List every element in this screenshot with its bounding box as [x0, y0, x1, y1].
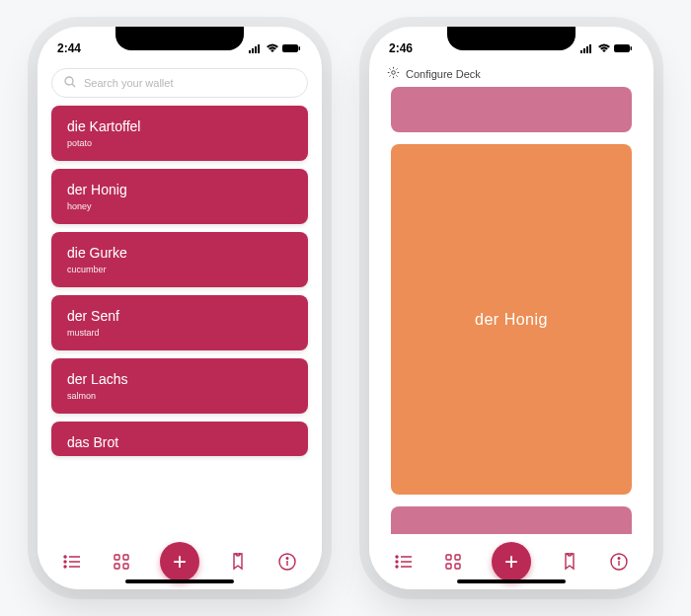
card-subtitle: mustard [67, 328, 292, 338]
deck-card-current[interactable]: der Honig [391, 144, 632, 495]
add-button[interactable]: + [160, 542, 199, 581]
search-input[interactable]: Search your wallet [51, 68, 308, 98]
tab-bar: + [369, 534, 653, 589]
status-right [580, 43, 634, 53]
svg-point-29 [396, 556, 398, 558]
list-item[interactable]: die Gurke cucumber [51, 232, 308, 287]
phone-left: 2:44 Search your wallet die Kartoffel po… [38, 27, 322, 589]
wifi-icon [597, 43, 611, 53]
tab-bar: + [38, 534, 322, 589]
svg-rect-23 [583, 48, 585, 53]
svg-rect-0 [249, 50, 251, 53]
battery-icon [282, 43, 302, 53]
deck-card-next[interactable] [391, 506, 632, 534]
svg-rect-5 [299, 46, 301, 50]
svg-point-20 [286, 558, 288, 560]
card-title: der Honig [67, 182, 292, 197]
tab-bookmark[interactable] [559, 551, 580, 573]
signal-icon [249, 43, 263, 53]
svg-point-6 [65, 77, 73, 85]
card-subtitle: salmon [67, 391, 292, 401]
card-list[interactable]: die Kartoffel potato der Honig honey die… [38, 106, 322, 534]
deck-area[interactable]: der Honig [369, 87, 653, 534]
svg-rect-25 [589, 44, 591, 53]
battery-icon [614, 43, 634, 53]
card-title: die Kartoffel [67, 118, 292, 134]
status-time: 2:44 [57, 41, 81, 55]
svg-rect-35 [446, 555, 451, 560]
svg-rect-26 [614, 44, 630, 52]
svg-rect-14 [115, 555, 119, 560]
add-button[interactable]: + [492, 542, 531, 581]
status-time: 2:46 [389, 41, 413, 55]
svg-rect-4 [282, 44, 298, 52]
search-icon [64, 76, 76, 90]
configure-deck-button[interactable]: Configure Deck [369, 62, 653, 87]
tab-list[interactable] [393, 551, 415, 573]
card-word: der Honig [475, 311, 548, 329]
tab-grid[interactable] [442, 551, 464, 573]
card-subtitle: honey [67, 201, 292, 211]
svg-rect-24 [586, 46, 588, 53]
home-indicator[interactable] [125, 579, 234, 583]
card-title: der Senf [67, 308, 292, 324]
list-item[interactable]: das Brot [51, 422, 308, 456]
svg-rect-27 [631, 46, 633, 50]
svg-rect-37 [446, 564, 451, 569]
card-title: das Brot [67, 434, 292, 450]
tab-list[interactable] [61, 551, 83, 573]
svg-point-12 [64, 566, 66, 568]
tab-info[interactable] [608, 551, 630, 573]
search-placeholder: Search your wallet [84, 77, 174, 89]
svg-rect-22 [580, 50, 582, 53]
tab-info[interactable] [276, 551, 298, 573]
svg-point-8 [64, 556, 66, 558]
svg-line-7 [72, 84, 75, 87]
svg-point-28 [392, 71, 396, 75]
plus-icon: + [504, 548, 518, 576]
svg-rect-36 [455, 555, 460, 560]
wifi-icon [266, 43, 279, 53]
configure-label: Configure Deck [406, 68, 481, 80]
gear-icon [387, 66, 400, 81]
svg-point-31 [396, 561, 398, 563]
card-title: die Gurke [67, 245, 292, 261]
signal-icon [580, 43, 594, 53]
list-item[interactable]: die Kartoffel potato [51, 106, 308, 161]
list-item[interactable]: der Senf mustard [51, 295, 308, 350]
svg-point-41 [618, 558, 620, 560]
svg-rect-38 [455, 564, 460, 569]
svg-point-33 [396, 566, 398, 568]
plus-icon: + [173, 548, 187, 576]
svg-rect-15 [123, 555, 128, 560]
svg-rect-2 [255, 46, 257, 53]
phone-right: 2:46 Configure Deck der Honig [369, 27, 653, 589]
svg-rect-16 [115, 564, 119, 569]
tab-grid[interactable] [111, 551, 132, 573]
card-title: der Lachs [67, 371, 292, 387]
svg-rect-1 [252, 48, 254, 53]
status-right [249, 43, 302, 53]
tab-bookmark[interactable] [227, 551, 249, 573]
svg-rect-3 [258, 44, 260, 53]
card-subtitle: potato [67, 138, 292, 148]
list-item[interactable]: der Honig honey [51, 169, 308, 224]
notch [115, 27, 244, 50]
card-subtitle: cucumber [67, 265, 292, 274]
notch [447, 27, 576, 50]
svg-rect-17 [123, 564, 128, 569]
home-indicator[interactable] [457, 579, 566, 583]
list-item[interactable]: der Lachs salmon [51, 358, 308, 414]
deck-card-previous[interactable] [391, 87, 632, 132]
svg-point-10 [64, 561, 66, 563]
